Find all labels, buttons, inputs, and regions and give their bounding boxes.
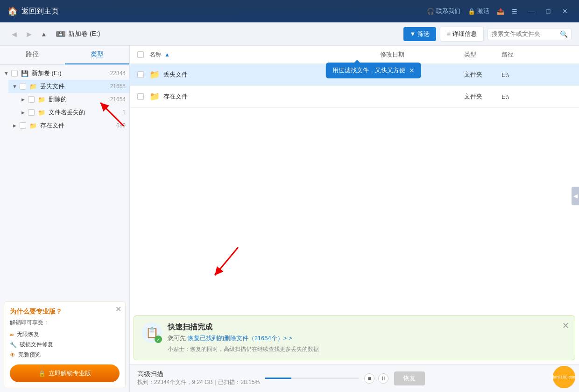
scan-tip: 小贴士：恢复的同时，高级扫描仍在继续查找更多丢失的数据 — [168, 345, 319, 353]
contact-button[interactable]: 🎧 联系我们 — [427, 7, 460, 15]
lock-icon: 🔒 — [38, 370, 46, 377]
promo-feature-repair: 🔧 破损文件修复 — [10, 341, 120, 349]
tree-label: 新加卷 (E:) — [32, 69, 108, 77]
tooltip-text: 用过滤找文件，又快又方便 — [332, 66, 405, 75]
activate-button[interactable]: 🔒 激活 — [468, 7, 489, 15]
sort-icon[interactable]: ▲ — [164, 51, 170, 58]
filter-button[interactable]: ▼ 筛选 — [403, 27, 437, 41]
home-button[interactable]: 🏠 返回到主页 — [7, 6, 59, 16]
titlebar-actions: 🎧 联系我们 🔒 激活 📤 ☰ — □ ✕ — [427, 5, 572, 18]
scan-complete-panel: 📋 ✓ 快速扫描完成 您可先 恢复已找到的删除文件（21654个）> > 小贴士… — [134, 315, 575, 360]
orange-folder-icon: 📁 — [37, 108, 46, 117]
promo-features: ∞ 无限恢复 🔧 破损文件修复 👁 完整预览 — [10, 330, 120, 359]
forward-button[interactable]: ▶ — [22, 28, 35, 41]
table-header: 名称 ▲ 修改日期 类型 路径 用过滤找文件，又快又方便 ✕ — [130, 46, 579, 64]
promo-feature-unlimited: ∞ 无限恢复 — [10, 330, 120, 338]
tree-count: 21655 — [110, 83, 126, 90]
promo-box: ✕ 为什么要专业版？ 解锁即可享受： ∞ 无限恢复 🔧 破损文件修复 👁 完整预… — [4, 301, 126, 388]
headset-icon: 🎧 — [427, 8, 434, 15]
repair-icon: 🔧 — [10, 342, 17, 348]
navbar: ◀ ▶ ▲ 💾 新加卷 (E:) ▼ 筛选 ≡ 详细信息 🔍 — [0, 22, 579, 46]
tree-area: ▼ 💾 新加卷 (E:) 22344 ▼ 📁 丢失文件 21655 ► 📁 删除… — [0, 65, 129, 298]
search-input[interactable] — [492, 30, 557, 37]
row-type: 文件夹 — [464, 92, 501, 101]
checkbox-deleted[interactable] — [28, 96, 35, 103]
tree-item-drive[interactable]: ▼ 💾 新加卷 (E:) 22344 — [0, 67, 129, 80]
tree-label: 存在文件 — [40, 121, 114, 130]
toggle-icon: ▼ — [4, 70, 11, 76]
promo-feature-preview: 👁 完整预览 — [10, 351, 120, 359]
sidebar: 路径 类型 ▼ 💾 新加卷 (E:) 22344 ▼ 📁 丢失文件 21655 — [0, 46, 130, 392]
promo-close-button[interactable]: ✕ — [115, 305, 121, 314]
row-checkbox[interactable] — [137, 71, 144, 78]
table-row[interactable]: 📁 存在文件 文件夹 E:\ — [130, 86, 579, 108]
tab-type[interactable]: 类型 — [65, 46, 130, 64]
scan-close-button[interactable]: ✕ — [562, 321, 569, 331]
share-button[interactable]: 📤 — [497, 8, 504, 15]
maximize-button[interactable]: □ — [542, 5, 555, 18]
row-folder-icon: 📁 — [149, 70, 160, 80]
tree-count: 689 — [116, 122, 126, 129]
tree-count: 1 — [122, 109, 126, 116]
progress-bar — [265, 378, 359, 379]
search-icon[interactable]: 🔍 — [560, 30, 568, 38]
up-button[interactable]: ▲ — [37, 28, 50, 41]
detail-button[interactable]: ≡ 详细信息 — [440, 27, 484, 42]
tree-item-existing[interactable]: ► 📁 存在文件 689 — [8, 119, 129, 132]
checkbox-existing[interactable] — [20, 122, 26, 129]
menu-button[interactable]: ☰ — [512, 8, 517, 15]
tree-count: 22344 — [110, 70, 126, 77]
promo-title: 为什么要专业版？ — [10, 308, 120, 316]
tree-item-lost[interactable]: ▼ 📁 丢失文件 21655 — [8, 80, 129, 93]
select-all-checkbox[interactable] — [137, 51, 144, 58]
minimize-button[interactable]: — — [525, 5, 538, 18]
tab-path[interactable]: 路径 — [0, 46, 65, 64]
restore-link[interactable]: 恢复已找到的删除文件（21654个）> > — [188, 335, 292, 342]
promo-subtitle: 解锁即可享受： — [10, 319, 120, 327]
search-box[interactable]: 🔍 — [487, 28, 572, 40]
tooltip-close-button[interactable]: ✕ — [409, 67, 415, 74]
titlebar: 🏠 返回到主页 🎧 联系我们 🔒 激活 📤 ☰ — □ ✕ — [0, 0, 579, 22]
scan-description: 您可先 恢复已找到的删除文件（21654个）> > — [168, 334, 319, 343]
tree-item-deleted[interactable]: ► 📁 删除的 21654 — [17, 93, 129, 106]
lock-icon: 🔒 — [468, 8, 475, 15]
sidebar-tabs: 路径 类型 — [0, 46, 129, 65]
unlock-pro-button[interactable]: 🔒 立即解锁专业版 — [10, 364, 120, 382]
checkbox-drive[interactable] — [11, 70, 18, 77]
close-button[interactable]: ✕ — [558, 5, 572, 18]
breadcrumb: 💾 新加卷 (E:) — [56, 30, 398, 38]
filter-icon: ▼ — [410, 30, 416, 37]
check-icon: ✓ — [155, 336, 162, 343]
advanced-scan-info: 找到：22344个文件，9.24 GB｜已扫描：28.15% — [137, 378, 260, 386]
infinity-icon: ∞ — [10, 331, 14, 338]
tree-label: 文件名丢失的 — [49, 108, 120, 117]
main-container: 路径 类型 ▼ 💾 新加卷 (E:) 22344 ▼ 📁 丢失文件 21655 — [0, 46, 579, 392]
drive-icon: 💾 — [56, 31, 65, 37]
restore-button[interactable]: 恢复 — [394, 371, 425, 385]
checkbox-lost[interactable] — [20, 83, 26, 90]
table-body: 📁 丢失文件 文件夹 E:\ 📁 存在文件 文件夹 E:\ — [130, 64, 579, 312]
row-folder-icon: 📁 — [149, 91, 160, 102]
advanced-scan-title: 高级扫描 — [137, 370, 260, 378]
scan-icon: 📋 ✓ — [141, 322, 162, 343]
toggle-icon: ► — [12, 123, 20, 128]
tree-label: 丢失文件 — [40, 82, 108, 91]
filter-tooltip: 用过滤找文件，又快又方便 ✕ — [326, 63, 421, 78]
home-label: 返回到主页 — [21, 7, 59, 16]
row-checkbox[interactable] — [137, 93, 144, 100]
pause-button[interactable]: ⏸ — [378, 373, 388, 384]
checkbox-filename-lost[interactable] — [28, 109, 35, 116]
advanced-scan-panel: 高级扫描 找到：22344个文件，9.24 GB｜已扫描：28.15% ■ ⏸ … — [130, 364, 579, 392]
tree-item-filename-lost[interactable]: ► 📁 文件名丢失的 1 — [17, 106, 129, 119]
col-header-date: 修改日期 — [380, 50, 464, 59]
navbar-right: ▼ 筛选 ≡ 详细信息 🔍 — [403, 27, 572, 42]
list-icon: ≡ — [447, 30, 451, 37]
back-button[interactable]: ◀ — [7, 28, 21, 41]
window-controls: — □ ✕ — [525, 5, 572, 18]
nav-arrows: ◀ ▶ ▲ — [7, 28, 50, 41]
row-filename: 丢失文件 — [163, 70, 188, 79]
stop-button[interactable]: ■ — [364, 373, 374, 384]
row-filename: 存在文件 — [163, 92, 188, 101]
home-icon: 🏠 — [7, 6, 18, 16]
right-handle[interactable]: ◀ — [572, 187, 579, 205]
